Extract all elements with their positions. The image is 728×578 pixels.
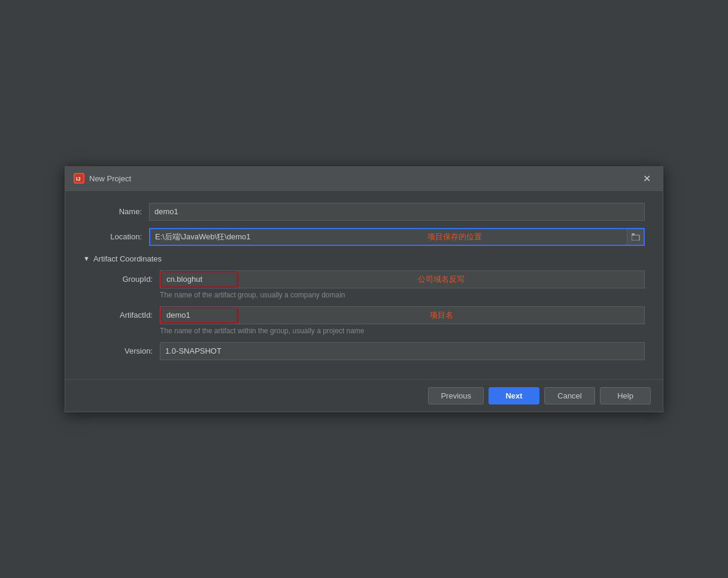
svg-rect-3 [632,233,635,235]
groupid-row: GroupId: 公司域名反写 [94,270,645,288]
dialog-body: Name: Location: 项目保存的位置 ▼ Artifact Coord… [65,191,663,379]
title-bar: IJ New Project ✕ [65,167,663,191]
name-label: Name: [83,207,149,216]
location-input[interactable] [150,229,282,245]
location-row: Location: 项目保存的位置 [83,228,645,246]
version-input[interactable] [160,342,645,360]
dialog-title: New Project [89,174,131,183]
version-row: Version: [94,342,645,360]
app-icon: IJ [74,173,84,184]
artifact-section-title: Artifact Coordinates [93,254,162,263]
groupid-annotation: 公司域名反写 [238,274,644,285]
artifactid-input-wrapper: 项目名 [160,306,645,324]
location-input-wrapper: 项目保存的位置 [149,228,645,246]
close-button[interactable]: ✕ [639,172,654,185]
help-button[interactable]: Help [600,387,651,404]
svg-text:IJ: IJ [76,176,81,182]
groupid-input-wrapper: 公司域名反写 [160,270,645,288]
dialog-footer: Previous Next Cancel Help [65,379,663,412]
artifactid-label: ArtifactId: [94,311,160,320]
previous-button[interactable]: Previous [428,387,484,404]
cancel-button[interactable]: Cancel [544,387,595,404]
version-label: Version: [94,346,160,355]
next-button[interactable]: Next [489,387,539,404]
groupid-input[interactable] [160,271,238,288]
artifactid-help-text: The name of the artifact within the grou… [160,327,645,335]
name-input[interactable] [149,203,645,221]
collapse-arrow-icon[interactable]: ▼ [83,255,90,262]
title-bar-left: IJ New Project [74,173,131,184]
artifactid-row: ArtifactId: 项目名 [94,306,645,324]
svg-rect-2 [632,235,639,241]
name-row: Name: [83,203,645,221]
artifactid-annotation: 项目名 [238,310,644,321]
location-browse-button[interactable] [627,229,644,245]
groupid-help-text: The name of the artifact group, usually … [160,291,645,299]
location-annotation: 项目保存的位置 [282,232,627,242]
new-project-dialog: IJ New Project ✕ Name: Location: 项目保存的位置 [65,166,663,412]
artifactid-input[interactable] [160,307,238,324]
location-label: Location: [83,232,149,241]
artifact-section-header: ▼ Artifact Coordinates [83,254,645,263]
groupid-label: GroupId: [94,275,160,284]
